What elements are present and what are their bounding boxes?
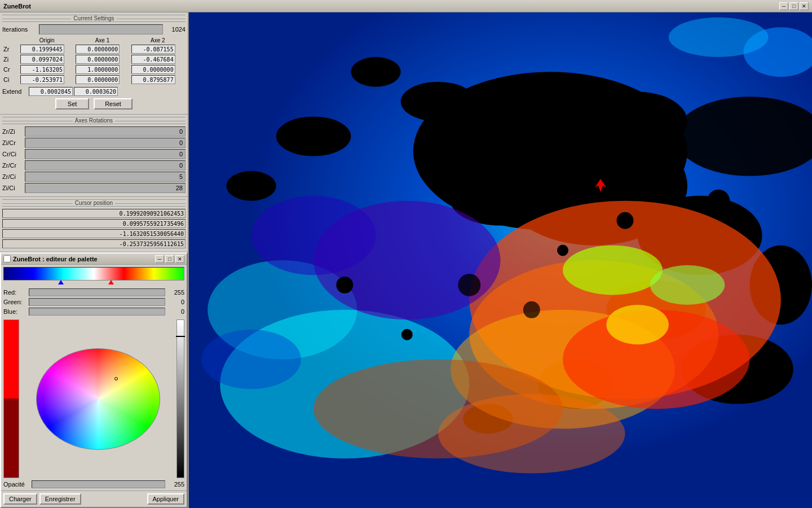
minimize-button[interactable]: ─ (779, 2, 788, 10)
axe1-input[interactable] (76, 45, 120, 54)
svg-point-35 (401, 329, 413, 340)
axe1-input[interactable] (76, 65, 120, 74)
col-empty (2, 37, 19, 44)
palette-gradient[interactable] (3, 267, 184, 281)
row-origin (19, 75, 74, 85)
axis-slider[interactable]: 0 (25, 138, 186, 148)
palette-close-btn[interactable]: ✕ (175, 255, 184, 263)
enregistrer-button[interactable]: Enregistrer (39, 493, 81, 505)
axe2-input[interactable] (131, 45, 175, 54)
brightness-strip[interactable] (176, 319, 184, 478)
svg-point-27 (251, 196, 376, 275)
green-value: 0 (167, 299, 184, 305)
color-wheel[interactable] (36, 348, 160, 450)
palette-title-bar: ZuneBrot : editeur de palette ─ □ ✕ (1, 253, 187, 265)
axes-container: Zr/Zi 0 Zi/Cr 0 Cr/Ci 0 Zr/Cr 0 Zr/Ci 5 (2, 126, 186, 193)
extend-row: Extend (2, 87, 186, 96)
color-wheel-dot[interactable] (114, 377, 118, 380)
svg-point-15 (276, 116, 351, 156)
extend-label: Extend (2, 88, 28, 95)
red-slider[interactable] (29, 288, 165, 296)
axe2-input[interactable] (131, 75, 175, 84)
cursor-value-input[interactable] (2, 239, 186, 248)
palette-window-controls: ─ □ ✕ (155, 255, 184, 263)
svg-point-24 (650, 265, 725, 305)
axis-value: 0 (179, 151, 183, 157)
palette-marker-red[interactable] (108, 280, 114, 284)
blue-slider[interactable] (29, 308, 165, 316)
row-axe2 (130, 64, 186, 75)
red-value: 255 (167, 289, 184, 296)
row-axe1 (74, 44, 130, 54)
title-bar: ZuneBrot ─ □ ✕ (0, 0, 812, 12)
maximize-button[interactable]: □ (789, 2, 798, 10)
opacity-row: Opacité 255 (3, 480, 184, 488)
coords-row: Zr (2, 44, 186, 54)
iterations-row: Iterations 1024 (2, 24, 186, 34)
svg-point-37 (557, 244, 568, 256)
axe1-input[interactable] (76, 75, 120, 84)
palette-buttons: Charger Enregistrer Appliquer (1, 491, 187, 507)
svg-point-33 (458, 274, 480, 296)
cursor-title: Cursor position (2, 199, 186, 207)
axis-slider[interactable]: 0 (25, 126, 186, 137)
axis-slider[interactable]: 5 (25, 172, 186, 182)
palette-minimize-btn[interactable]: ─ (155, 255, 164, 263)
coords-table: Origin Axe 1 Axe 2 Zr Zi Cr Ci (2, 37, 186, 85)
axis-value: 28 (176, 185, 183, 191)
palette-window-title: ZuneBrot : editeur de palette (13, 256, 155, 262)
blue-value: 0 (167, 308, 184, 315)
extend-input-2[interactable] (74, 87, 118, 96)
axis-label: Cr/Ci (2, 151, 25, 157)
axe1-input[interactable] (76, 55, 120, 64)
charger-button[interactable]: Charger (3, 493, 37, 505)
row-label: Zr (2, 44, 19, 54)
origin-input[interactable] (20, 45, 64, 54)
axis-value: 0 (179, 162, 183, 169)
axis-value: 5 (179, 173, 183, 180)
axis-row: Zr/Zi 0 (2, 126, 186, 137)
set-button[interactable]: Set (55, 98, 89, 110)
row-axe2 (130, 75, 186, 85)
opacity-slider[interactable] (32, 480, 165, 488)
color-wheel-container (23, 319, 173, 478)
settings-panel: Current Settings Iterations 1024 Origin … (0, 12, 188, 115)
cursor-value-input[interactable] (2, 209, 186, 218)
axis-row: Zr/Ci 5 (2, 172, 186, 182)
axis-slider[interactable]: 0 (25, 160, 186, 170)
origin-input[interactable] (20, 65, 64, 74)
green-slider[interactable] (29, 298, 165, 306)
extend-input-1[interactable] (29, 87, 73, 96)
row-label: Cr (2, 64, 19, 75)
axis-label: Zi/Cr (2, 139, 25, 146)
svg-point-36 (336, 277, 353, 294)
axe2-input[interactable] (131, 65, 175, 74)
axis-row: Cr/Ci 0 (2, 149, 186, 159)
iterations-slider[interactable] (39, 24, 163, 34)
iterations-value: 1024 (163, 26, 186, 33)
appliquer-button[interactable]: Appliquer (147, 493, 184, 505)
palette-marker-blue[interactable] (58, 280, 64, 284)
settings-title: Current Settings (2, 15, 186, 22)
cursor-value-input[interactable] (2, 219, 186, 228)
axe2-input[interactable] (131, 55, 175, 64)
axis-label: Zr/Cr (2, 162, 25, 169)
axis-label: Zr/Ci (2, 173, 25, 180)
red-row: Red: 255 (3, 288, 184, 296)
palette-restore-btn[interactable]: □ (165, 255, 174, 263)
axis-row: Zi/Ci 28 (2, 183, 186, 193)
axis-label: Zr/Zi (2, 128, 25, 135)
cursor-value-input[interactable] (2, 229, 186, 238)
reset-button[interactable]: Reset (94, 98, 133, 110)
svg-point-39 (707, 190, 730, 212)
fractal-canvas[interactable] (189, 12, 812, 508)
cursor-container (2, 209, 186, 249)
origin-input[interactable] (20, 55, 64, 64)
axis-slider[interactable]: 0 (25, 149, 186, 159)
axis-slider[interactable]: 28 (25, 183, 186, 193)
row-axe2 (130, 54, 186, 64)
origin-input[interactable] (20, 75, 64, 84)
palette-checkbox[interactable] (3, 255, 11, 262)
close-button[interactable]: ✕ (800, 2, 809, 10)
axes-title: Axes Rotations (2, 117, 186, 124)
